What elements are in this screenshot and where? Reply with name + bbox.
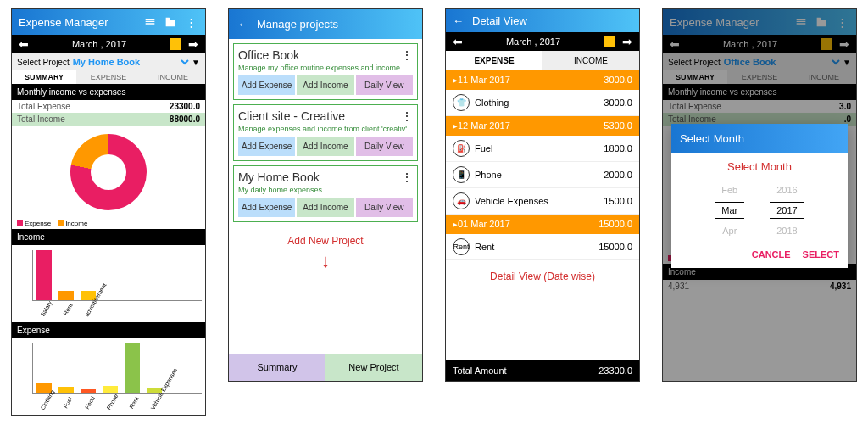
project-menu-icon[interactable]: ⋮: [401, 109, 413, 123]
dialog-buttons: CANCLE SELECT: [671, 241, 848, 268]
arrow-down-icon: ↓: [229, 250, 422, 272]
tab-new-project-btn[interactable]: New Project: [326, 354, 422, 381]
screen-detail-view: ← Detail View ⬅ March , 2017 ➡ EXPENSE I…: [445, 8, 640, 382]
app-title: Expense Manager: [19, 16, 137, 29]
screen-select-month: Expense Manager ⋮ ⬅ March , 2017 ➡ Selec…: [662, 8, 857, 382]
category-icon: ⛽: [453, 140, 470, 157]
total-label: Total Amount: [453, 365, 598, 376]
prev-month-button[interactable]: ⬅: [15, 37, 32, 51]
tab-summary-btn[interactable]: Summary: [229, 354, 326, 381]
category-icon: Rent: [453, 238, 470, 255]
add-expense-button[interactable]: Add Expense: [238, 137, 295, 156]
tab-summary[interactable]: SUMMARY: [12, 70, 76, 84]
category-icon: 👕: [453, 94, 470, 111]
tab-income[interactable]: INCOME: [141, 70, 205, 84]
project-name: My Home Book: [238, 170, 320, 184]
project-desc: Manage expenses and income from client '…: [238, 125, 413, 133]
project-select[interactable]: My Home Book: [70, 56, 192, 68]
expense-item-row[interactable]: ⛽Fuel1800.0: [446, 136, 639, 162]
project-card[interactable]: Client site - Creative⋮ Manage expenses …: [233, 104, 418, 161]
select-month-dialog: Select Month Select Month FebMarApr 2016…: [671, 124, 848, 268]
cancel-button[interactable]: CANCLE: [752, 249, 791, 259]
app-bar: ← Detail View: [446, 9, 639, 32]
folder-icon[interactable]: [163, 14, 178, 30]
next-month-button[interactable]: ➡: [619, 35, 636, 48]
expense-item-row[interactable]: 📱Phone2000.0: [446, 162, 639, 188]
add-new-project-label: Add New Project: [229, 235, 422, 247]
screen-manage-projects: ← Manage projects Office Book⋮ Manage my…: [228, 8, 423, 382]
project-list: Office Book⋮ Manage my office routine ex…: [229, 39, 422, 226]
expense-header: Expense: [12, 322, 205, 338]
daily-view-button[interactable]: Daily View: [356, 137, 413, 156]
donut-chart: [12, 126, 205, 218]
project-desc: Manage my office routine expenses and in…: [238, 64, 413, 72]
add-expense-button[interactable]: Add Expense: [238, 198, 295, 217]
date-header: ▸ 11 Mar 20173000.0: [446, 70, 639, 90]
project-card[interactable]: My Home Book⋮ My daily home expenses . A…: [233, 165, 418, 222]
expense-bar-chart: ClothingFuelFoodPhoneRentVehicle Expense…: [12, 338, 205, 415]
project-menu-icon[interactable]: ⋮: [401, 170, 413, 184]
screen-summary: Expense Manager ⋮ ⬅ March , 2017 ➡ Selec…: [11, 8, 206, 416]
detail-list: ▸ 11 Mar 20173000.0👕Clothing3000.0▸ 12 M…: [446, 70, 639, 260]
chart-legend: Expense Income: [12, 218, 205, 229]
month-nav: ⬅ March , 2017 ➡: [12, 35, 205, 53]
add-income-button[interactable]: Add Income: [297, 198, 353, 217]
calendar-icon[interactable]: [604, 36, 615, 47]
calendar-icon[interactable]: [170, 38, 181, 50]
add-income-button[interactable]: Add Income: [297, 137, 353, 156]
tab-income[interactable]: INCOME: [542, 51, 639, 70]
expense-item-row[interactable]: 👕Clothing3000.0: [446, 90, 639, 116]
detail-tabs: EXPENSE INCOME: [446, 51, 639, 70]
tab-expense[interactable]: EXPENSE: [446, 51, 542, 70]
dropdown-icon[interactable]: ▼: [192, 58, 200, 67]
back-icon[interactable]: ←: [453, 14, 464, 27]
back-icon[interactable]: ←: [237, 18, 248, 31]
daily-view-button[interactable]: Daily View: [356, 75, 413, 95]
expense-item-row[interactable]: 🚗Vehicle Expenses1500.0: [446, 188, 639, 215]
bottom-tabs: Summary New Project: [229, 354, 422, 381]
screen-title: Manage projects: [257, 18, 414, 31]
date-header: ▸ 01 Mar 201715000.0: [446, 215, 639, 234]
month-label: March , 2017: [32, 39, 166, 49]
date-header: ▸ 12 Mar 20175300.0: [446, 116, 639, 136]
monthly-header: Monthly income vs expenses: [12, 84, 205, 100]
month-nav: ⬅ March , 2017 ➡: [446, 32, 639, 51]
add-expense-button[interactable]: Add Expense: [238, 75, 295, 95]
project-desc: My daily home expenses .: [238, 186, 413, 194]
app-bar: ← Manage projects: [229, 9, 422, 39]
income-bar-chart: SalaryRentadvertisement: [12, 245, 205, 321]
summary-tabs: SUMMARY EXPENSE INCOME: [12, 70, 205, 84]
month-year-picker[interactable]: FebMarApr 201620172018: [671, 180, 848, 241]
total-value: 23300.0: [598, 365, 632, 376]
total-income-row: Total Income88000.0: [12, 113, 205, 126]
month-label: March , 2017: [466, 36, 600, 47]
project-menu-icon[interactable]: ⋮: [401, 48, 413, 62]
project-card[interactable]: Office Book⋮ Manage my office routine ex…: [233, 43, 418, 100]
next-month-button[interactable]: ➡: [185, 37, 202, 51]
total-expense-row: Total Expense23300.0: [12, 100, 205, 113]
add-income-button[interactable]: Add Income: [297, 75, 353, 95]
total-row: Total Amount 23300.0: [446, 360, 639, 381]
project-name: Client site - Creative: [238, 109, 345, 123]
project-selector-row: Select Project My Home Book ▼: [12, 53, 205, 70]
detail-caption: Detail View (Date wise): [446, 260, 639, 293]
tab-expense[interactable]: EXPENSE: [76, 70, 141, 84]
expense-item-row[interactable]: RentRent15000.0: [446, 234, 639, 260]
prev-month-button[interactable]: ⬅: [449, 35, 466, 48]
category-icon: 🚗: [453, 192, 470, 209]
book-icon[interactable]: [142, 14, 158, 30]
project-name: Office Book: [238, 48, 299, 62]
category-icon: 📱: [453, 166, 470, 183]
daily-view-button[interactable]: Daily View: [356, 198, 413, 217]
select-button[interactable]: SELECT: [803, 249, 839, 259]
select-project-label: Select Project: [17, 58, 70, 67]
app-bar: Expense Manager ⋮: [12, 9, 205, 35]
income-header: Income: [12, 229, 205, 245]
dialog-header: Select Month: [671, 124, 848, 153]
dialog-title: Select Month: [671, 153, 848, 180]
overflow-icon[interactable]: ⋮: [183, 14, 198, 30]
screen-title: Detail View: [472, 14, 632, 27]
